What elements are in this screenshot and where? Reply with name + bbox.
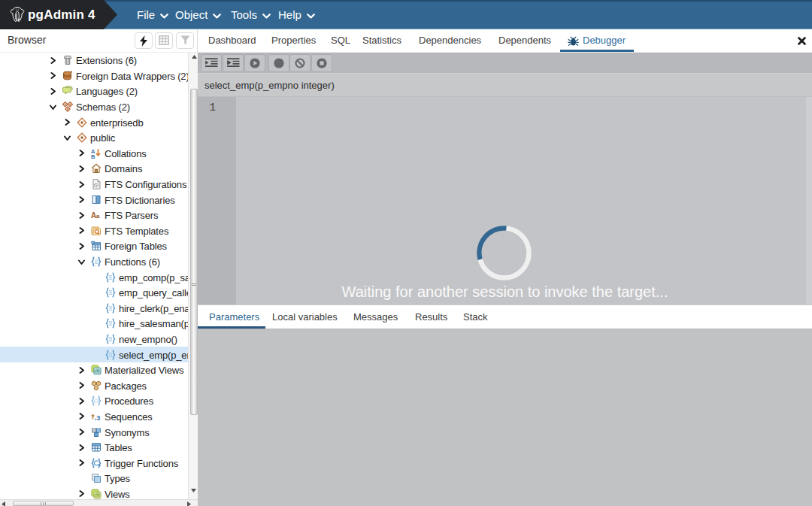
svg-text:a: a: [96, 213, 100, 220]
svg-text:3: 3: [96, 414, 100, 422]
svg-text:B: B: [91, 153, 95, 159]
